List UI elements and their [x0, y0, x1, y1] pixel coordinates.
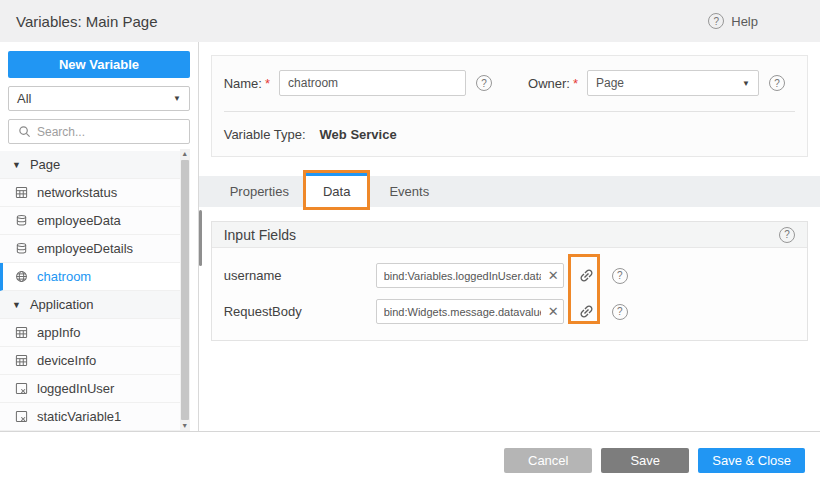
- page-title: Variables: Main Page: [16, 13, 157, 30]
- tree-item-label: deviceInfo: [37, 353, 96, 368]
- static-variable-icon: [14, 410, 28, 424]
- tree-group-label: Page: [30, 157, 60, 172]
- clear-binding-icon[interactable]: ✕: [548, 267, 559, 284]
- field-help-icon[interactable]: ?: [612, 304, 628, 320]
- tab-data[interactable]: Data: [306, 173, 367, 207]
- scrollbar-thumb[interactable]: [181, 160, 189, 420]
- name-label: Name:*: [224, 76, 270, 91]
- input-fields-title: Input Fields: [224, 227, 296, 243]
- dialog-body: New Variable All ▼ ▼ Page: [0, 42, 820, 431]
- collapse-arrow-icon: ▼: [12, 300, 21, 310]
- variable-detail-panel: Name:* ? Owner:* Page ▼ ? Variable Type:…: [199, 42, 820, 431]
- cancel-button[interactable]: Cancel: [504, 448, 592, 473]
- tree-item-label: appInfo: [37, 325, 80, 340]
- input-field-row-requestbody: RequestBody ✕ ?: [224, 299, 795, 324]
- globe-icon: [14, 270, 28, 284]
- tree-item-loggedinuser[interactable]: loggedInUser: [0, 375, 185, 403]
- tree-item-deviceinfo[interactable]: deviceInfo: [0, 347, 185, 375]
- search-box[interactable]: [8, 119, 190, 144]
- owner-selected-value: Page: [596, 76, 624, 90]
- tab-bar: Properties Data Events: [199, 176, 820, 207]
- static-variable-icon: [14, 382, 28, 396]
- owner-select[interactable]: Page ▼: [587, 70, 759, 96]
- required-asterisk: *: [265, 76, 270, 91]
- scroll-down-icon[interactable]: ▼: [181, 421, 188, 431]
- tree-item-label: employeeDetails: [37, 241, 133, 256]
- name-input[interactable]: [279, 70, 466, 96]
- variables-sidebar: New Variable All ▼ ▼ Page: [0, 42, 199, 431]
- scroll-up-icon[interactable]: ▲: [181, 149, 188, 159]
- search-input[interactable]: [37, 125, 181, 139]
- bind-link-icon[interactable]: [577, 263, 597, 288]
- help-icon: ?: [708, 13, 724, 29]
- tree-group-page[interactable]: ▼ Page: [0, 151, 185, 179]
- owner-label: Owner:*: [528, 76, 578, 91]
- chevron-down-icon: ▼: [742, 79, 750, 88]
- tree-item-appinfo[interactable]: appInfo: [0, 319, 185, 347]
- field-label: username: [224, 268, 376, 283]
- variable-type-label: Variable Type:: [224, 127, 306, 142]
- tree-item-label: employeeData: [37, 213, 121, 228]
- owner-help-icon[interactable]: ?: [769, 75, 785, 91]
- input-field-row-username: username ✕ ?: [224, 263, 795, 288]
- tree-item-employeedetails[interactable]: employeeDetails: [0, 235, 185, 263]
- clear-binding-icon[interactable]: ✕: [548, 303, 559, 320]
- variable-summary-card: Name:* ? Owner:* Page ▼ ? Variable Type:…: [211, 55, 808, 157]
- help-label: Help: [731, 14, 758, 29]
- tree-group-application[interactable]: ▼ Application: [0, 291, 185, 319]
- bind-expression-wrap: ✕: [376, 299, 564, 324]
- sidebar-scrollbar[interactable]: ▲ ▼: [180, 149, 190, 431]
- tree-item-label: chatroom: [37, 269, 91, 284]
- username-bind-input[interactable]: [376, 263, 564, 288]
- input-fields-help-icon[interactable]: ?: [779, 227, 795, 243]
- bind-expression-wrap: ✕: [376, 263, 564, 288]
- variable-type-value: Web Service: [320, 127, 397, 142]
- device-variable-icon: [14, 186, 28, 200]
- device-variable-icon: [14, 354, 28, 368]
- bind-link-icon[interactable]: [577, 299, 597, 324]
- chevron-down-icon: ▼: [173, 94, 181, 103]
- tab-events[interactable]: Events: [372, 176, 446, 207]
- tree-item-label: loggedInUser: [37, 381, 114, 396]
- tree-item-label: staticVariable1: [37, 409, 121, 424]
- dialog-footer: Cancel Save Save & Close: [0, 431, 820, 489]
- divider: [224, 111, 795, 112]
- tree-item-label: networkstatus: [37, 185, 117, 200]
- tree-item-staticvariable1[interactable]: staticVariable1: [0, 403, 185, 431]
- save-and-close-button[interactable]: Save & Close: [698, 448, 805, 473]
- tree-item-networkstatus[interactable]: networkstatus: [0, 179, 185, 207]
- filter-selected-value: All: [17, 91, 31, 106]
- field-label: RequestBody: [224, 304, 376, 319]
- database-icon: [14, 242, 28, 256]
- variables-dialog: Variables: Main Page ? Help New Variable…: [0, 0, 820, 489]
- variables-tree: ▼ Page networkstatus employeeData: [0, 151, 185, 431]
- name-help-icon[interactable]: ?: [476, 75, 492, 91]
- field-help-icon[interactable]: ?: [612, 268, 628, 284]
- tree-item-employeedata[interactable]: employeeData: [0, 207, 185, 235]
- variable-filter-select[interactable]: All ▼: [8, 86, 190, 111]
- dialog-header: Variables: Main Page ? Help: [0, 0, 820, 42]
- save-button[interactable]: Save: [601, 448, 689, 473]
- collapse-arrow-icon: ▼: [12, 160, 21, 170]
- tab-properties[interactable]: Properties: [213, 176, 306, 207]
- tree-group-label: Application: [30, 297, 94, 312]
- input-fields-section: Input Fields ? username ✕ ?: [211, 221, 808, 341]
- tree-item-chatroom[interactable]: chatroom: [0, 263, 185, 291]
- device-variable-icon: [14, 326, 28, 340]
- search-icon: [17, 125, 31, 139]
- new-variable-button[interactable]: New Variable: [8, 51, 190, 78]
- help-link[interactable]: ? Help: [708, 13, 758, 29]
- required-asterisk: *: [573, 76, 578, 91]
- requestbody-bind-input[interactable]: [376, 299, 564, 324]
- main-scrollbar[interactable]: [199, 210, 202, 266]
- database-icon: [14, 214, 28, 228]
